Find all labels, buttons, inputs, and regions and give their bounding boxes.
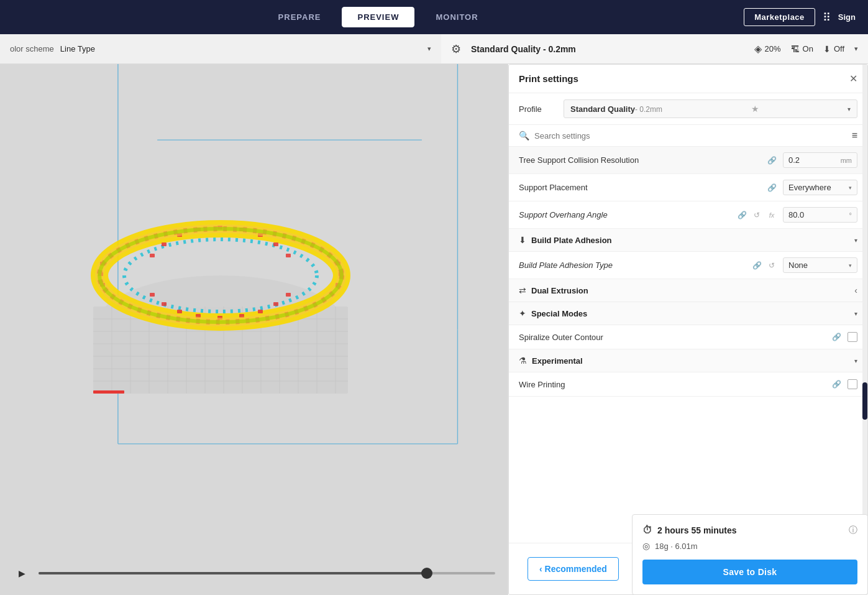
save-to-disk-button[interactable]: Save to Disk [642,560,857,584]
support-icon: 🏗 [791,44,800,54]
support-placement-row: Support Placement 🔗 Everywhere ▾ [509,174,867,201]
svg-point-30 [124,239,317,311]
svg-rect-47 [162,302,167,306]
setting-name: Tree Support Collision Resolution [519,155,761,165]
infill-icon: ◈ [754,43,762,55]
profile-select[interactable]: Standard Quality- 0.2mm ★ ▾ [564,99,857,118]
bottom-panel: ⏱ 2 hours 55 minutes ⓘ ◎ 18g · 6.01m Sav… [632,514,868,595]
setting-actions: 🔗 [765,154,778,167]
setting-actions: 🔗 ↺ [751,259,778,272]
adhesion-section-icon: ⬇ [519,235,526,245]
svg-point-56 [99,229,342,322]
material-icon: ◎ [642,541,650,551]
svg-rect-48 [150,293,155,297]
svg-rect-27 [93,390,124,394]
print-settings-title: Print settings [519,73,578,84]
tab-prepare[interactable]: PREPARE [263,7,336,27]
sign-button[interactable]: Sign [838,12,856,22]
experimental-arrow[interactable]: ▾ [854,357,857,364]
svg-rect-43 [273,302,278,306]
link-icon[interactable]: 🔗 [765,182,778,194]
adhesion-control: ⬇ Off [823,44,844,54]
setting-value[interactable]: 0.2 mm [783,152,857,168]
support-placement-value[interactable]: Everywhere ▾ [783,180,857,195]
setting-actions: 🔗 [830,331,843,343]
ring-object [71,207,370,344]
support-placement-name: Support Placement [519,183,761,192]
search-input[interactable] [534,131,847,141]
support-overhang-value[interactable]: 80.0 ° [783,207,857,223]
support-control: 🏗 On [791,44,813,54]
marketplace-button[interactable]: Marketplace [744,8,815,26]
dual-extrusion-section[interactable]: ⇄ Dual Extrusion ‹ [509,279,867,302]
play-icon: ▶ [19,568,25,578]
play-bar: ▶ [12,564,495,583]
special-modes-icon: ✦ [519,308,526,318]
menu-icon[interactable]: ≡ [852,130,857,141]
profile-sub: - 0.2mm [635,105,662,114]
nav-right: Marketplace ⠿ Sign [744,8,856,26]
material-label: 18g · 6.01m [655,542,698,551]
link-icon[interactable]: 🔗 [830,378,843,390]
color-scheme-label: olor scheme [10,44,54,53]
spiralize-checkbox[interactable] [847,332,857,342]
dual-extrusion-title: Dual Extrusion [531,286,849,295]
close-button[interactable]: ✕ [849,74,857,84]
svg-rect-38 [162,242,167,246]
wire-printing-name: Wire Printing [519,380,825,389]
time-row: ⏱ 2 hours 55 minutes ⓘ [642,525,857,536]
link-icon[interactable]: 🔗 [830,331,843,343]
svg-rect-34 [273,242,278,246]
quality-label: Standard Quality - 0.2mm [471,44,576,54]
dual-extrusion-icon: ⇄ [519,285,526,295]
special-modes-title: Special Modes [531,309,849,318]
grid-icon[interactable]: ⠿ [823,11,831,24]
fx-icon[interactable]: fx [765,209,778,221]
search-icon: 🔍 [519,131,529,141]
experimental-icon: ⚗ [519,356,527,366]
adhesion-label: Off [834,44,844,53]
scrollbar-thumb[interactable] [862,382,867,420]
dual-extrusion-arrow[interactable]: ‹ [854,285,857,295]
tab-preview[interactable]: PREVIEW [342,7,414,27]
support-overhang-row: Support Overhang Angle 🔗 ↺ fx 80.0 ° [509,201,867,229]
top-nav: PREPARE PREVIEW MONITOR Marketplace ⠿ Si… [0,0,868,34]
quality-settings-icon: ⚙ [451,42,461,56]
viewport-canvas [0,64,508,595]
wire-printing-checkbox[interactable] [847,379,857,389]
reset-icon[interactable]: ↺ [751,209,763,221]
link-icon[interactable]: 🔗 [751,259,763,272]
special-modes-arrow[interactable]: ▾ [854,310,857,317]
profile-label: Profile [519,104,556,114]
setting-row: Tree Support Collision Resolution 🔗 0.2 … [509,147,867,174]
infill-value: 20% [765,44,781,53]
time-icon: ⏱ [642,525,652,536]
settings-list: Tree Support Collision Resolution 🔗 0.2 … [509,147,867,543]
search-bar: 🔍 ≡ [509,125,867,147]
experimental-section[interactable]: ⚗ Experimental ▾ [509,349,867,372]
material-row: ◎ 18g · 6.01m [642,541,857,551]
adhesion-icon: ⬇ [823,44,831,54]
adhesion-type-row: Build Plate Adhesion Type 🔗 ↺ None ▾ [509,252,867,279]
reset-icon[interactable]: ↺ [765,259,778,272]
recommended-button[interactable]: ‹ Recommended [528,557,619,581]
adhesion-type-value[interactable]: None ▾ [783,257,857,273]
star-icon[interactable]: ★ [751,104,759,114]
adhesion-section-arrow[interactable]: ▾ [854,237,857,244]
info-icon[interactable]: ⓘ [849,525,857,536]
color-scheme-dropdown-arrow[interactable]: ▾ [427,45,431,53]
experimental-title: Experimental [532,356,849,366]
infill-control: ◈ 20% [754,43,781,55]
link-icon[interactable]: 🔗 [765,154,778,167]
time-label: 2 hours 55 minutes [657,525,737,535]
profile-dropdown-arrow[interactable]: ▾ [847,106,851,113]
play-slider-thumb[interactable] [421,568,432,579]
adhesion-section-title: Build Plate Adhesion [531,236,849,245]
quality-dropdown-arrow[interactable]: ▾ [854,45,858,53]
play-slider[interactable] [39,572,495,574]
link-icon[interactable]: 🔗 [736,209,748,221]
build-plate-adhesion-section[interactable]: ⬇ Build Plate Adhesion ▾ [509,229,867,252]
play-button[interactable]: ▶ [12,564,31,583]
special-modes-section[interactable]: ✦ Special Modes ▾ [509,302,867,325]
tab-monitor[interactable]: MONITOR [421,7,493,27]
